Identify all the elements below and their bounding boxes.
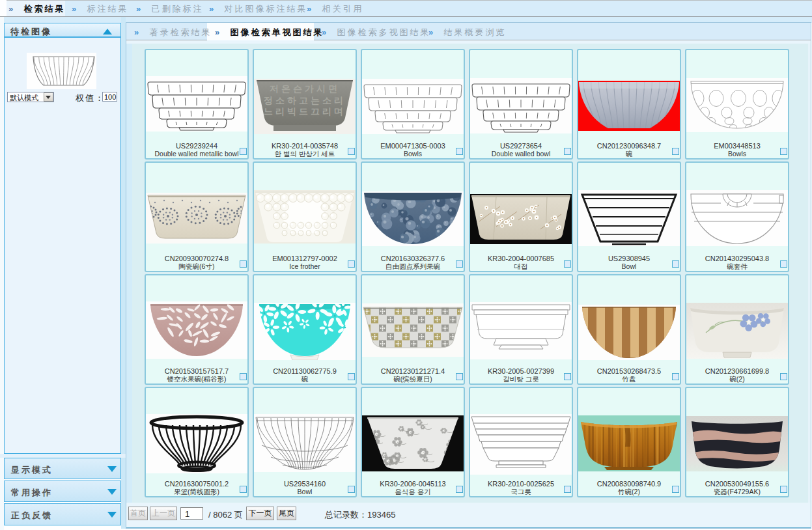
svg-text:저온슨가시면: 저온슨가시면: [270, 83, 340, 94]
svg-text:정소하고는소리: 정소하고는소리: [264, 95, 346, 105]
svg-text:느리빅드끄리며: 느리빅드끄리며: [264, 106, 346, 117]
